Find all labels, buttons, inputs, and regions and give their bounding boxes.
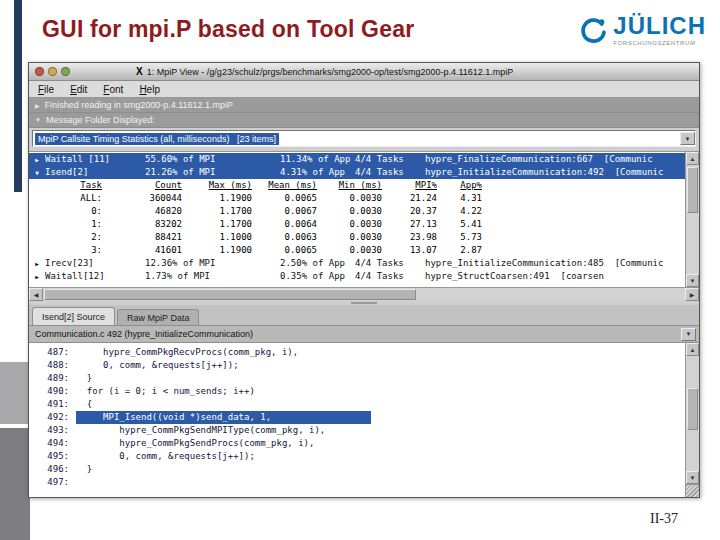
collapsed-expander-icon[interactable]: ▶ (35, 102, 40, 109)
scroll-up-arrow-icon[interactable]: ▲ (686, 152, 699, 165)
source-line[interactable]: 495: 0, comm, &requests[j++]); (29, 450, 685, 463)
task-row-all[interactable]: ALL: 360044 1.1900 0.0065 0.0030 21.24 4… (51, 192, 685, 205)
line-number: 488: (29, 359, 69, 372)
collapsed-expander-icon[interactable]: ▶ (29, 153, 45, 166)
stats-selector-row: MpiP Callsite Timing Statistics (all, mi… (29, 128, 699, 151)
line-number: 494: (29, 437, 69, 450)
line-number: 487: (29, 346, 69, 359)
scroll-right-arrow-icon[interactable]: ▶ (685, 288, 699, 301)
line-number: 490: (29, 385, 69, 398)
logo-name: JÜLICH (613, 13, 706, 39)
source-line-highlighted[interactable]: 492: MPI_Isend((void *)send_data, 1, (29, 411, 685, 424)
callsite-tasks: 4/4 Tasks (355, 166, 425, 179)
window-resize-grip[interactable] (686, 484, 699, 497)
tab-raw-mpip-data[interactable]: Raw MpiP Data (117, 309, 199, 325)
window-minimize-button[interactable] (48, 67, 57, 76)
callsite-location: hypre_InitializeCommunication:485 [Commu… (425, 257, 685, 270)
scroll-down-arrow-icon[interactable]: ▼ (686, 471, 699, 484)
source-line[interactable]: 496: } (29, 463, 685, 476)
line-number: 492: (29, 411, 69, 424)
left-gray-block-top (0, 362, 30, 424)
window-maximize-button[interactable] (61, 67, 70, 76)
menubar: File Edit Font Help (29, 81, 699, 98)
task-cell: 5.73 (441, 231, 486, 244)
task-row-2[interactable]: 2: 88421 1.1000 0.0063 0.0030 23.98 5.73 (51, 231, 685, 244)
scrollbar-track[interactable] (686, 356, 699, 471)
stats-selector-value: MpiP Callsite Timing Statistics (all, mi… (35, 133, 279, 145)
task-column-header: Count (106, 179, 186, 192)
tab-isend-source[interactable]: Isend[2] Source (32, 307, 115, 325)
menu-help[interactable]: Help (139, 84, 160, 95)
window-titlebar[interactable]: X 1: MpiP View - /g/g23/schulz/prgs/benc… (29, 63, 699, 81)
task-row-3[interactable]: 3: 41601 1.1900 0.0065 0.0030 13.07 2.87 (51, 244, 685, 257)
scrollbar-thumb[interactable] (44, 289, 416, 300)
source-line[interactable]: 487: hypre_CommPkgRecvProcs(comm_pkg, i)… (29, 346, 685, 359)
task-column-header: App% (441, 179, 486, 192)
callsite-row-isend-2[interactable]: ▼ Isend[2] 21.26% of MPI 4.31% of App 4/… (29, 166, 685, 179)
task-cell: 1.1700 (186, 218, 256, 231)
expanded-expander-icon[interactable]: ▼ (29, 166, 45, 179)
scrollbar-track[interactable] (43, 288, 685, 301)
task-cell: 1: (51, 218, 106, 231)
scroll-left-arrow-icon[interactable]: ◀ (29, 288, 43, 301)
scroll-down-arrow-icon[interactable]: ▼ (686, 274, 699, 287)
source-line[interactable]: 488: 0, comm, &requests[j++]); (29, 359, 685, 372)
task-cell: 2.87 (441, 244, 486, 257)
callsite-row-waitall-11[interactable]: ▶ Waitall [11] 55.60% of MPI 11.34% of A… (29, 153, 685, 166)
scrollbar-track[interactable] (686, 165, 699, 274)
message-row-finished-reading[interactable]: ▶ Finished reading in smg2000-p.4.11612.… (29, 98, 699, 113)
message-row-folder-displayed[interactable]: ▼ Message Folder Displayed: (29, 113, 699, 128)
table-horizontal-scrollbar[interactable]: ◀ ▶ (29, 287, 699, 301)
expanded-expander-icon[interactable]: ▼ (35, 117, 41, 123)
callsite-tasks: 4/4 Tasks (355, 257, 425, 270)
line-code: { (76, 398, 92, 411)
source-file-dropdown-icon[interactable]: ▼ (681, 328, 696, 341)
task-cell: 41601 (106, 244, 186, 257)
source-file-header[interactable]: Communication.c 492 (hypre_InitializeCom… (29, 326, 699, 343)
menu-file[interactable]: File (38, 84, 54, 95)
task-row-0[interactable]: 0: 46820 1.1700 0.0067 0.0030 20.37 4.22 (51, 205, 685, 218)
juelich-logo-text: JÜLICH FORSCHUNGSZENTRUM (613, 13, 706, 46)
stats-selector-combobox[interactable]: MpiP Callsite Timing Statistics (all, mi… (32, 130, 696, 147)
menu-edit[interactable]: Edit (70, 84, 87, 95)
x11-app-icon: X (136, 66, 143, 77)
source-line[interactable]: 489: } (29, 372, 685, 385)
task-cell: 0.0030 (321, 192, 386, 205)
tab-bar: Isend[2] Source Raw MpiP Data (29, 305, 699, 326)
window-close-button[interactable] (35, 67, 44, 76)
menu-font[interactable]: Font (103, 84, 123, 95)
callsite-app-percent: 0.35% of App (280, 270, 355, 283)
scroll-up-arrow-icon[interactable]: ▲ (686, 343, 699, 356)
stats-selector-dropdown-icon[interactable]: ▼ (680, 132, 695, 145)
callsite-table: ▶ Waitall [11] 55.60% of MPI 11.34% of A… (29, 152, 685, 287)
callsite-row-waitall-12[interactable]: ▶ Waitall[12] 1.73% of MPI 0.35% of App … (29, 270, 685, 283)
source-line[interactable]: 490: for (i = 0; i < num_sends; i++) (29, 385, 685, 398)
callsite-mpi-percent: 55.60% of MPI (145, 153, 280, 166)
callsite-row-irecv-23[interactable]: ▶ Irecv[23] 12.36% of MPI 2.50% of App 4… (29, 257, 685, 270)
source-vertical-scrollbar[interactable]: ▲ ▼ (685, 343, 699, 497)
task-column-header: Max (ms) (186, 179, 256, 192)
mpip-view-window: X 1: MpiP View - /g/g23/schulz/prgs/benc… (28, 62, 700, 498)
collapsed-expander-icon[interactable]: ▶ (29, 270, 45, 283)
scrollbar-thumb[interactable] (687, 167, 698, 213)
page-number: II-37 (650, 511, 678, 527)
scrollbar-thumb[interactable] (687, 388, 698, 429)
task-cell: 0.0065 (256, 192, 321, 205)
source-line[interactable]: 494: hypre_CommPkgSendProcs(comm_pkg, i)… (29, 437, 685, 450)
line-code: MPI_Isend((void *)send_data, 1, (76, 411, 371, 424)
source-line[interactable]: 491: { (29, 398, 685, 411)
callsite-location: hypre_StructCoarsen:491 [coarsen (425, 270, 685, 283)
source-line[interactable]: 493: hypre_CommPkgSendMPIType(comm_pkg, … (29, 424, 685, 437)
window-title: 1: MpiP View - /g/g23/schulz/prgs/benchm… (147, 67, 514, 77)
slide-title: GUI for mpi.P based on Tool Gear (42, 16, 414, 43)
line-code: for (i = 0; i < num_sends; i++) (76, 385, 255, 398)
task-cell: 0: (51, 205, 106, 218)
source-line[interactable]: 497: (29, 476, 685, 489)
table-vertical-scrollbar[interactable]: ▲ ▼ (685, 152, 699, 287)
task-cell: 4.22 (441, 205, 486, 218)
collapsed-expander-icon[interactable]: ▶ (29, 257, 45, 270)
line-code: 0, comm, &requests[j++]); (76, 450, 255, 463)
left-accent-bar (14, 0, 22, 192)
splitter-grip[interactable] (351, 302, 377, 304)
task-row-1[interactable]: 1: 83202 1.1700 0.0064 0.0030 27.13 5.41 (51, 218, 685, 231)
